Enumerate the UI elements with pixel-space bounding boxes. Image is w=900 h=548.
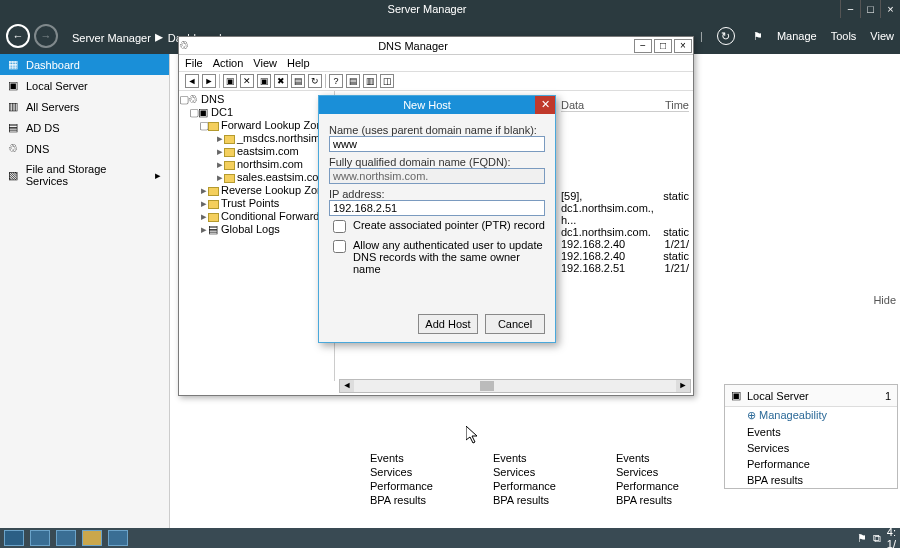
scroll-right-icon[interactable]: ► (676, 380, 690, 392)
ptr-checkbox[interactable] (333, 220, 346, 233)
tree-flz[interactable]: ▢Forward Lookup Zones (179, 119, 334, 132)
folder-icon (208, 200, 219, 209)
hide-link[interactable]: Hide (873, 294, 896, 306)
menu-tools[interactable]: Tools (831, 30, 857, 42)
cancel-button[interactable]: Cancel (485, 314, 545, 334)
sidebar-item-all-servers[interactable]: ▥All Servers (0, 96, 169, 117)
ip-input[interactable] (329, 200, 545, 216)
cut-icon[interactable]: ✕ (240, 74, 254, 88)
tray-flag-icon[interactable]: ⚑ (857, 532, 867, 545)
dns-app-icon: ♲ (179, 39, 193, 52)
maximize-icon[interactable]: □ (860, 0, 880, 18)
scroll-left-icon[interactable]: ◄ (340, 380, 354, 392)
menu-view[interactable]: View (870, 30, 894, 42)
tree-zone-msdcs[interactable]: ▸_msdcs.northsim.com (179, 132, 334, 145)
cell-time: static (663, 190, 689, 226)
back-icon[interactable]: ◄ (185, 74, 199, 88)
menu-view[interactable]: View (253, 57, 277, 69)
col-bpa[interactable]: BPA results (370, 494, 433, 506)
delete-icon[interactable]: ✖ (274, 74, 288, 88)
sidebar-item-label: Local Server (26, 80, 88, 92)
close-button[interactable]: × (674, 39, 692, 53)
minimize-button[interactable]: − (634, 39, 652, 53)
tree-dns-root[interactable]: ▢♲ DNS (179, 93, 334, 106)
tree-server[interactable]: ▢▣ DC1 (179, 106, 334, 119)
dns-title: DNS Manager (193, 40, 633, 52)
sidebar: ▦Dashboard ▣Local Server ▥All Servers ▤A… (0, 54, 170, 528)
menu-help[interactable]: Help (287, 57, 310, 69)
cell-data[interactable]: [59], dc1.northsim.com., h... (561, 190, 663, 226)
col-services[interactable]: Services (616, 466, 679, 478)
tile-title: Local Server (747, 390, 809, 402)
new-icon[interactable]: ◫ (380, 74, 394, 88)
forward-icon[interactable]: ► (202, 74, 216, 88)
copy-icon[interactable]: ▣ (257, 74, 271, 88)
col-services[interactable]: Services (493, 466, 556, 478)
col-events[interactable]: Events (616, 452, 679, 464)
cell-data[interactable]: 192.168.2.51 (561, 262, 665, 274)
tree-zone-eastsim[interactable]: ▸eastsim.com (179, 145, 334, 158)
horizontal-scrollbar[interactable]: ◄ ► (339, 379, 691, 393)
up-icon[interactable]: ▣ (223, 74, 237, 88)
sidebar-item-dashboard[interactable]: ▦Dashboard (0, 54, 169, 75)
refresh-icon[interactable]: ↻ (717, 27, 735, 45)
tray-network-icon[interactable]: ⧉ (873, 532, 881, 545)
name-input[interactable] (329, 136, 545, 152)
start-button[interactable] (4, 530, 24, 546)
flag-icon[interactable]: ⚑ (753, 30, 763, 43)
sidebar-item-label: DNS (26, 143, 49, 155)
sidebar-item-dns[interactable]: ♲DNS (0, 138, 169, 159)
dialog-title: New Host (319, 99, 535, 111)
taskbar-powershell[interactable] (56, 530, 76, 546)
tree-zone-sales[interactable]: ▸sales.eastsim.com (179, 171, 334, 184)
col-performance[interactable]: Performance (370, 480, 433, 492)
col-time[interactable]: Time (665, 99, 689, 111)
tree-global-logs[interactable]: ▸▤ Global Logs (179, 223, 334, 236)
tile-events[interactable]: Events (725, 424, 897, 440)
menu-file[interactable]: File (185, 57, 203, 69)
col-performance[interactable]: Performance (616, 480, 679, 492)
dns-icon: ♲ (8, 142, 20, 155)
col-bpa[interactable]: BPA results (616, 494, 679, 506)
col-events[interactable]: Events (493, 452, 556, 464)
menu-manage[interactable]: Manage (777, 30, 817, 42)
cell-data[interactable]: dc1.northsim.com. (561, 226, 663, 238)
tree-zone-northsim[interactable]: ▸northsim.com (179, 158, 334, 171)
tray-time[interactable]: 4:1/ (887, 526, 896, 548)
tree-rlz[interactable]: ▸Reverse Lookup Zones (179, 184, 334, 197)
filter-icon[interactable]: ▥ (363, 74, 377, 88)
tree-trust-points[interactable]: ▸Trust Points (179, 197, 334, 210)
add-host-button[interactable]: Add Host (418, 314, 478, 334)
sidebar-item-label: Dashboard (26, 59, 80, 71)
menu-action[interactable]: Action (213, 57, 244, 69)
sidebar-item-adds[interactable]: ▤AD DS (0, 117, 169, 138)
prop-icon[interactable]: ▤ (291, 74, 305, 88)
refresh-icon[interactable]: ↻ (308, 74, 322, 88)
col-events[interactable]: Events (370, 452, 433, 464)
list-icon[interactable]: ▤ (346, 74, 360, 88)
taskbar-explorer[interactable] (82, 530, 102, 546)
dialog-close-button[interactable]: ✕ (535, 96, 555, 114)
tile-columns: Events Services Performance BPA results … (370, 452, 900, 506)
scroll-thumb[interactable] (480, 381, 494, 391)
server-icon: ▣ (731, 389, 741, 402)
col-bpa[interactable]: BPA results (493, 494, 556, 506)
maximize-button[interactable]: □ (654, 39, 672, 53)
cell-data[interactable]: 192.168.2.40 (561, 250, 663, 262)
sidebar-item-file-storage[interactable]: ▧File and Storage Services▸ (0, 159, 169, 191)
cell-data[interactable]: 192.168.2.40 (561, 238, 665, 250)
sidebar-item-local-server[interactable]: ▣Local Server (0, 75, 169, 96)
close-icon[interactable]: × (880, 0, 900, 18)
help-icon[interactable]: ? (329, 74, 343, 88)
tile-manageability[interactable]: ⊕ Manageability (725, 407, 897, 424)
minimize-icon[interactable]: − (840, 0, 860, 18)
dns-record-list: DataTime [59], dc1.northsim.com., h...st… (561, 99, 689, 274)
taskbar-server-manager[interactable] (30, 530, 50, 546)
tree-cond-fwd[interactable]: ▸Conditional Forwarders (179, 210, 334, 223)
back-button[interactable]: ← (6, 24, 30, 48)
col-data[interactable]: Data (561, 99, 665, 111)
col-services[interactable]: Services (370, 466, 433, 478)
taskbar-dns-manager[interactable] (108, 530, 128, 546)
allow-update-checkbox[interactable] (333, 240, 346, 253)
col-performance[interactable]: Performance (493, 480, 556, 492)
